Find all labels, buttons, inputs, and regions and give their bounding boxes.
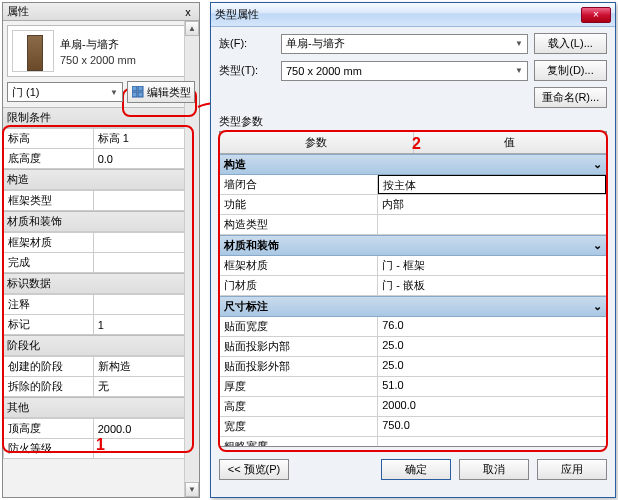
- property-label: 框架材质: [4, 233, 94, 253]
- property-value[interactable]: [93, 233, 198, 253]
- property-row[interactable]: 完成: [4, 253, 199, 273]
- param-section[interactable]: 构造⌄: [220, 154, 606, 175]
- property-row[interactable]: 标高标高 1: [4, 129, 199, 149]
- properties-title: 属性: [7, 4, 29, 19]
- door-thumbnail-icon: [12, 30, 54, 72]
- property-row[interactable]: 拆除的阶段无: [4, 377, 199, 397]
- family-dropdown[interactable]: 单扇-与墙齐 ▼: [281, 34, 528, 54]
- property-label: 顶高度: [4, 419, 94, 439]
- property-value[interactable]: 无: [93, 377, 198, 397]
- property-row[interactable]: 标记1: [4, 315, 199, 335]
- param-row[interactable]: 构造类型: [220, 215, 606, 235]
- param-row[interactable]: 墙闭合按主体: [220, 175, 606, 195]
- col-value: 值: [414, 132, 607, 153]
- section-constraints[interactable]: 限制条件⌄: [3, 107, 199, 128]
- param-value[interactable]: 2000.0: [378, 397, 606, 416]
- scroll-up-icon[interactable]: ▲: [185, 21, 199, 36]
- section-materials[interactable]: 材质和装饰⌄: [3, 211, 199, 232]
- section-title: 阶段化: [7, 338, 40, 353]
- property-label: 拆除的阶段: [4, 377, 94, 397]
- param-row[interactable]: 贴面宽度76.0: [220, 317, 606, 337]
- type-value: 750 x 2000 mm: [286, 65, 362, 77]
- param-row[interactable]: 宽度750.0: [220, 417, 606, 437]
- preview-button[interactable]: << 预览(P): [219, 459, 289, 480]
- property-value[interactable]: 2000.0: [93, 419, 198, 439]
- param-row[interactable]: 贴面投影外部25.0: [220, 357, 606, 377]
- close-icon[interactable]: x: [181, 5, 195, 19]
- col-param: 参数: [220, 132, 414, 153]
- param-value[interactable]: 25.0: [378, 357, 606, 376]
- rename-button[interactable]: 重命名(R)...: [534, 87, 607, 108]
- param-row[interactable]: 门材质门 - 嵌板: [220, 276, 606, 296]
- property-row[interactable]: 注释: [4, 295, 199, 315]
- param-label: 墙闭合: [220, 175, 378, 194]
- property-row[interactable]: 底高度0.0: [4, 149, 199, 169]
- param-row[interactable]: 厚度51.0: [220, 377, 606, 397]
- type-properties-dialog: 类型属性 × 族(F): 单扇-与墙齐 ▼ 载入(L)... 类型(T): 75…: [210, 2, 616, 498]
- param-value[interactable]: 内部: [378, 195, 606, 214]
- cancel-button[interactable]: 取消: [459, 459, 529, 480]
- property-row[interactable]: 框架类型: [4, 191, 199, 211]
- param-row[interactable]: 功能内部: [220, 195, 606, 215]
- param-section-title: 尺寸标注: [224, 299, 268, 314]
- category-filter-dropdown[interactable]: 门 (1) ▼: [7, 82, 123, 102]
- param-value[interactable]: 51.0: [378, 377, 606, 396]
- param-label: 门材质: [220, 276, 378, 295]
- property-label: 标记: [4, 315, 94, 335]
- edit-type-button[interactable]: 编辑类型: [127, 81, 195, 103]
- dialog-title: 类型属性: [215, 7, 259, 22]
- param-label: 宽度: [220, 417, 378, 436]
- param-value[interactable]: 按主体: [378, 175, 606, 194]
- property-value[interactable]: [93, 253, 198, 273]
- param-value[interactable]: [378, 437, 606, 447]
- property-label: 标高: [4, 129, 94, 149]
- param-label: 贴面投影内部: [220, 337, 378, 356]
- load-button[interactable]: 载入(L)...: [534, 33, 607, 54]
- param-value[interactable]: 750.0: [378, 417, 606, 436]
- type-selector-card[interactable]: 单扇-与墙齐 750 x 2000 mm: [7, 25, 195, 77]
- param-value[interactable]: 门 - 框架: [378, 256, 606, 275]
- copy-button[interactable]: 复制(D)...: [534, 60, 607, 81]
- param-row[interactable]: 贴面投影内部25.0: [220, 337, 606, 357]
- ok-button[interactable]: 确定: [381, 459, 451, 480]
- property-value[interactable]: 1: [93, 315, 198, 335]
- param-value[interactable]: 25.0: [378, 337, 606, 356]
- param-value[interactable]: 76.0: [378, 317, 606, 336]
- param-section-title: 构造: [224, 157, 246, 172]
- property-value[interactable]: [93, 295, 198, 315]
- section-other[interactable]: 其他⌄: [3, 397, 199, 418]
- type-family-name: 单扇-与墙齐: [60, 37, 136, 52]
- type-dropdown[interactable]: 750 x 2000 mm ▼: [281, 61, 528, 81]
- expand-icon: ⌄: [593, 158, 602, 171]
- property-value[interactable]: 0.0: [93, 149, 198, 169]
- property-row[interactable]: 创建的阶段新构造: [4, 357, 199, 377]
- dialog-titlebar[interactable]: 类型属性 ×: [211, 3, 615, 27]
- param-label: 粗略宽度: [220, 437, 378, 447]
- apply-button[interactable]: 应用: [537, 459, 607, 480]
- section-construction[interactable]: 构造⌄: [3, 169, 199, 190]
- param-row[interactable]: 粗略宽度: [220, 437, 606, 447]
- property-value[interactable]: [93, 439, 198, 459]
- section-phasing[interactable]: 阶段化⌄: [3, 335, 199, 356]
- expand-icon: ⌄: [593, 239, 602, 252]
- section-title: 材质和装饰: [7, 214, 62, 229]
- expand-icon: ⌄: [593, 300, 602, 313]
- section-identity[interactable]: 标识数据⌄: [3, 273, 199, 294]
- param-row[interactable]: 框架材质门 - 框架: [220, 256, 606, 276]
- param-label: 构造类型: [220, 215, 378, 234]
- property-value[interactable]: 标高 1: [93, 129, 198, 149]
- param-section-title: 材质和装饰: [224, 238, 279, 253]
- property-row[interactable]: 框架材质: [4, 233, 199, 253]
- param-section[interactable]: 材质和装饰⌄: [220, 235, 606, 256]
- param-section[interactable]: 尺寸标注⌄: [220, 296, 606, 317]
- annotation-number-1: 1: [96, 436, 105, 454]
- param-value[interactable]: [378, 215, 606, 234]
- param-value[interactable]: 门 - 嵌板: [378, 276, 606, 295]
- property-value[interactable]: [93, 191, 198, 211]
- dialog-close-button[interactable]: ×: [581, 7, 611, 23]
- svg-rect-2: [132, 92, 137, 97]
- property-value[interactable]: 新构造: [93, 357, 198, 377]
- param-row[interactable]: 高度2000.0: [220, 397, 606, 417]
- property-label: 注释: [4, 295, 94, 315]
- scroll-down-icon[interactable]: ▼: [185, 482, 199, 497]
